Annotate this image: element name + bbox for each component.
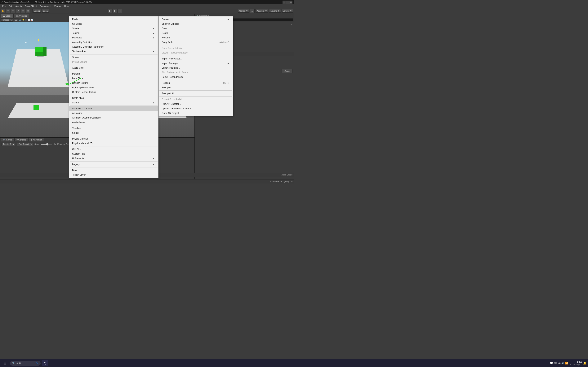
scale-value: 1x <box>54 143 56 145</box>
context-item-extract-from-prefab: Extract From Prefab <box>159 97 233 102</box>
layout-btn[interactable]: Layout ▼ <box>282 9 293 13</box>
close-button[interactable]: ✕ <box>289 0 293 4</box>
tab-game[interactable]: 🎮 Game <box>1 138 14 142</box>
move-tool[interactable]: ✛ <box>6 8 10 13</box>
context-item-assembly-definition[interactable]: Assembly Definition <box>69 40 158 44</box>
context-item-reimport[interactable]: Reimport <box>159 85 233 90</box>
context-separator <box>70 71 157 71</box>
context-separator <box>70 167 157 167</box>
context-item-import-package[interactable]: Import Package▶ <box>159 61 233 66</box>
aspect-select[interactable]: Free Aspect <box>17 142 33 146</box>
scene-menu-icon[interactable]: ⋮ <box>291 23 293 25</box>
context-item-uielements[interactable]: UIElements▶ <box>69 156 158 161</box>
menu-edit[interactable]: Edit <box>7 5 14 8</box>
context-item-audio-mixer[interactable]: Audio Mixer <box>69 66 158 70</box>
scale-slider[interactable] <box>41 144 52 145</box>
menu-gameobject[interactable]: GameObject <box>23 5 38 8</box>
local-label[interactable]: Local <box>42 9 49 13</box>
transform-tool[interactable]: ⧈ <box>26 8 30 13</box>
svg-marker-1 <box>65 83 69 85</box>
menu-assets[interactable]: Assets <box>14 5 23 8</box>
context-item-shader[interactable]: Shader▶ <box>69 26 158 31</box>
context-separator <box>70 95 157 95</box>
context-item-sprite-atlas[interactable]: Sprite Atlas <box>69 96 158 100</box>
context-item-avatar-mask[interactable]: Avatar Mask <box>69 120 158 125</box>
context-item-animation[interactable]: Animation <box>69 111 158 116</box>
context-item-reimport-all[interactable]: Reimport All <box>159 91 233 96</box>
context-item-physics-material-2d[interactable]: Physics Material 2D <box>69 141 158 146</box>
context-item-assembly-definition-reference[interactable]: Assembly Definition Reference <box>69 44 158 49</box>
context-item-gui-skin[interactable]: GUI Skin <box>69 147 158 151</box>
collab-btn[interactable]: Collab ▼ <box>238 9 249 13</box>
context-item-folder[interactable]: Folder <box>69 17 158 22</box>
context-item-physic-material[interactable]: Physic Material <box>69 136 158 141</box>
context-item-open[interactable]: Open <box>159 26 233 31</box>
context-item-timeline[interactable]: Timeline <box>69 126 158 131</box>
display-select[interactable]: Display 1 <box>1 142 15 146</box>
open-button[interactable]: Open <box>282 69 293 73</box>
context-item-c#-script[interactable]: C# Script <box>69 22 158 26</box>
context-item-show-in-explorer[interactable]: Show in Explorer <box>159 22 233 26</box>
context-item-material[interactable]: Material <box>69 72 158 76</box>
hierarchy-menu-icon[interactable]: ⋮ <box>291 15 293 17</box>
account-btn[interactable]: Account ▼ <box>255 9 268 13</box>
context-item-testing[interactable]: Testing▶ <box>69 31 158 35</box>
submenu-arrow-icon: ▶ <box>153 163 155 166</box>
context-separator <box>70 146 157 146</box>
menu-window[interactable]: Window <box>52 5 63 8</box>
context-separator <box>159 80 232 80</box>
shading-dropdown[interactable]: Shaded <box>1 18 13 22</box>
2d-button[interactable]: 2D <box>14 18 18 21</box>
context-item-select-dependencies[interactable]: Select Dependencies <box>159 75 233 79</box>
title-bar-controls: ─ □ ✕ <box>283 0 293 4</box>
layers-btn[interactable]: Layers ▼ <box>269 9 281 13</box>
context-item-scene[interactable]: Scene <box>69 55 158 60</box>
maximize-button[interactable]: □ <box>286 0 289 4</box>
context-item-terrain-layer[interactable]: Terrain Layer <box>69 173 158 177</box>
context-item-legacy[interactable]: Legacy▶ <box>69 162 158 167</box>
tab-console[interactable]: ≡ Console <box>14 138 28 141</box>
rotate-tool[interactable]: ↻ <box>11 8 15 13</box>
tab-animator[interactable]: ⬡ Animator <box>14 14 29 17</box>
context-item-run-api-updater-[interactable]: Run API Updater... <box>159 102 233 106</box>
context-item-sprites[interactable]: Sprites▶ <box>69 100 158 105</box>
context-item-signal[interactable]: Signal <box>69 131 158 135</box>
context-item-export-package-[interactable]: Export Package... <box>159 66 233 70</box>
context-item-brush[interactable]: Brush <box>69 168 158 173</box>
menu-help[interactable]: Help <box>63 5 70 8</box>
arrow-pointer-svg <box>63 76 86 87</box>
menu-component[interactable]: Component <box>38 5 52 8</box>
rect-tool[interactable]: ▭ <box>21 8 25 13</box>
tab-animation[interactable]: ◉ Animation <box>28 138 44 142</box>
step-button[interactable]: ⏭ <box>118 8 122 13</box>
pause-button[interactable]: ⏸ <box>112 8 117 13</box>
inspector-menu-icon[interactable]: ⋮ <box>291 53 293 55</box>
center-label[interactable]: Center <box>32 9 41 13</box>
play-section: ▶ ⏸ ⏭ <box>108 8 122 13</box>
context-item-playables[interactable]: Playables▶ <box>69 35 158 40</box>
context-item-copy-path[interactable]: Copy PathAlt+Ctrl+C <box>159 40 233 44</box>
context-item-update-uielements-schema[interactable]: Update UIElements Schema <box>159 106 233 111</box>
tab-scene[interactable]: ☁ Scene <box>1 14 14 17</box>
context-item-create[interactable]: Create▶ <box>159 17 233 22</box>
context-item-delete[interactable]: Delete <box>159 31 233 35</box>
menu-file[interactable]: File <box>1 5 7 8</box>
cloud-btn[interactable]: ☁ <box>250 8 255 13</box>
context-item-import-new-asset-[interactable]: Import New Asset... <box>159 56 233 61</box>
context-item-animator-controller[interactable]: Animator Controller <box>69 106 158 111</box>
scale-tool[interactable]: ⤢ <box>16 8 20 13</box>
context-item-rename[interactable]: Rename <box>159 35 233 40</box>
context-item-custom-render-texture[interactable]: Custom Render Texture <box>69 90 158 94</box>
context-item-custom-font[interactable]: Custom Font <box>69 151 158 156</box>
context-item-refresh[interactable]: RefreshCtrl+R <box>159 81 233 85</box>
submenu-arrow-icon: ▶ <box>153 27 155 30</box>
context-item-textmeshpro[interactable]: TextMeshPro▶ <box>69 49 158 54</box>
toolbar: ✋ ✛ ↻ ⤢ ▭ ⧈ Center Local ▶ ⏸ ⏭ Collab ▼ … <box>0 8 294 14</box>
submenu-arrow-icon: ▶ <box>153 50 155 53</box>
play-button[interactable]: ▶ <box>108 8 112 13</box>
asset-labels-bar: Asset Labels <box>195 173 294 177</box>
context-item-animator-override-controller[interactable]: Animator Override Controller <box>69 116 158 120</box>
hand-tool[interactable]: ✋ <box>1 8 5 13</box>
context-item-open-c-project[interactable]: Open C# Project <box>159 111 233 116</box>
minimize-button[interactable]: ─ <box>283 0 285 4</box>
